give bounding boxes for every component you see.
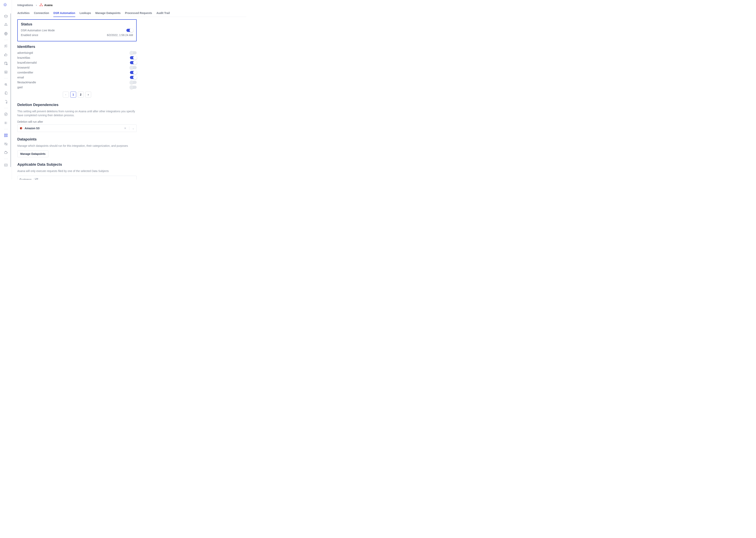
identifier-toggle-gaid[interactable] <box>130 86 137 89</box>
deletion-select[interactable]: Amazon S3 ✕ ⌄ <box>17 125 137 132</box>
deletion-field-label: Deletion will run after <box>17 120 137 123</box>
main-content: Integrations › Asana Activities Connecti… <box>12 0 252 180</box>
page-1[interactable]: 1 <box>70 92 76 97</box>
amazon-s3-icon <box>20 127 23 130</box>
svg-point-16 <box>6 136 7 137</box>
breadcrumb-root[interactable]: Integrations <box>17 4 33 7</box>
nav-cubes-icon[interactable] <box>2 21 10 29</box>
subjects-select[interactable]: Customer +2 ⌄ <box>17 176 137 180</box>
app-logo <box>3 3 9 8</box>
identifier-toggle-brazeexternalid[interactable] <box>130 61 137 64</box>
sidebar-divider <box>4 78 8 79</box>
svg-point-10 <box>5 84 6 85</box>
status-since-value: 6/2/2022, 1:56:24 AM <box>107 33 133 37</box>
datapoints-section: Datapoints Manage which datapoints shoul… <box>17 137 137 157</box>
svg-point-1 <box>4 3 7 6</box>
breadcrumb-current-label: Asana <box>44 4 53 7</box>
nav-search-doc-icon[interactable] <box>2 81 10 88</box>
svg-rect-7 <box>5 71 7 73</box>
sidebar-divider <box>4 129 8 129</box>
page-next[interactable]: › <box>85 92 91 97</box>
breadcrumb: Integrations › Asana <box>17 4 247 7</box>
status-panel: Status DSR Automation Live Mode Enabled … <box>17 19 137 41</box>
svg-rect-15 <box>6 134 7 135</box>
subjects-title: Applicable Data Subjects <box>17 162 137 167</box>
nav-compass-icon[interactable] <box>2 110 10 118</box>
identifier-toggle-browserid[interactable] <box>130 66 137 69</box>
identifier-label: advertisingId <box>17 51 33 54</box>
nav-database-icon[interactable] <box>2 60 10 67</box>
identifier-toggle-filestackhandle[interactable] <box>130 81 137 84</box>
select-divider <box>129 127 129 130</box>
identifier-toggle-email[interactable] <box>130 76 137 79</box>
chevron-right-icon: › <box>36 4 37 7</box>
clear-icon[interactable]: ✕ <box>124 127 126 130</box>
nav-globe-icon[interactable] <box>2 30 10 38</box>
tab-connection[interactable]: Connection <box>34 10 49 17</box>
nav-doc-gear-icon[interactable] <box>2 98 10 106</box>
status-live-toggle[interactable] <box>126 29 133 32</box>
nav-code-icon[interactable] <box>2 161 10 169</box>
tab-lookups[interactable]: Lookups <box>79 10 91 17</box>
nav-list-icon[interactable] <box>2 119 10 127</box>
subjects-section: Applicable Data Subjects Asana will only… <box>17 162 137 180</box>
svg-point-0 <box>4 4 6 6</box>
status-live-label: DSR Automation Live Mode <box>21 29 55 32</box>
nav-doc-in-icon[interactable] <box>2 89 10 97</box>
manage-datapoints-button[interactable]: Manage Datapoints <box>17 150 48 157</box>
tabs: Activities Connection DSR Automation Loo… <box>17 10 247 17</box>
svg-point-3 <box>5 45 6 46</box>
nav-box-icon[interactable] <box>2 12 10 20</box>
sidebar <box>0 0 12 180</box>
datapoints-desc: Manage which datapoints should run for t… <box>17 144 137 148</box>
nav-integrations-icon[interactable] <box>2 132 10 139</box>
svg-point-11 <box>6 102 7 103</box>
svg-point-12 <box>4 113 7 116</box>
identifier-toggle-advertisingid[interactable] <box>130 51 137 54</box>
tab-activities[interactable]: Activities <box>17 10 29 17</box>
sidebar-scrollbar[interactable] <box>10 13 11 167</box>
identifier-label: coreIdentifier <box>17 71 33 74</box>
page-2[interactable]: 2 <box>78 92 84 97</box>
sidebar-divider <box>4 159 8 159</box>
tab-manage-datapoints[interactable]: Manage Datapoints <box>95 10 120 17</box>
identifiers-pagination: ‹ 1 2 › <box>17 92 137 97</box>
svg-point-4 <box>6 45 7 45</box>
identifier-label: filestackHandle <box>17 81 36 84</box>
svg-rect-14 <box>4 136 6 137</box>
tab-audit-trail[interactable]: Audit Trail <box>156 10 170 17</box>
identifier-toggle-brazealias[interactable] <box>130 56 137 59</box>
svg-rect-13 <box>4 134 6 135</box>
status-title: Status <box>21 22 133 27</box>
nav-thumbs-icon[interactable] <box>2 51 10 59</box>
identifier-toggle-coreidentifier[interactable] <box>130 71 137 74</box>
nav-id-icon[interactable] <box>2 68 10 76</box>
subjects-extra-badge: +2 <box>33 178 39 180</box>
status-since-label: Enabled since <box>21 33 38 37</box>
identifiers-section: Identifiers advertisingId brazeAlias bra… <box>17 44 137 97</box>
identifier-label: email <box>17 76 24 79</box>
svg-point-5 <box>5 62 7 63</box>
nav-eye-off-icon[interactable] <box>2 140 10 148</box>
deletion-desc: This setting will prevent deletions from… <box>17 109 137 117</box>
deletion-title: Deletion Dependencies <box>17 103 137 107</box>
identifier-label: browserId <box>17 66 29 69</box>
tab-processed-requests[interactable]: Processed Requests <box>125 10 152 17</box>
subjects-tag: Customer <box>20 178 31 180</box>
datapoints-title: Datapoints <box>17 137 137 141</box>
subjects-desc: Asana will only execute requests filed b… <box>17 169 137 173</box>
svg-rect-17 <box>5 152 7 154</box>
chevron-down-icon[interactable]: ⌄ <box>132 178 134 180</box>
tab-dsr-automation[interactable]: DSR Automation <box>53 10 75 17</box>
deletion-section: Deletion Dependencies This setting will … <box>17 103 137 132</box>
chevron-down-icon[interactable]: ⌄ <box>132 127 134 130</box>
svg-point-8 <box>5 72 6 72</box>
asana-icon <box>40 4 43 7</box>
sidebar-divider <box>4 40 8 40</box>
identifiers-title: Identifiers <box>17 44 137 49</box>
nav-puzzle-icon[interactable] <box>2 149 10 157</box>
page-prev[interactable]: ‹ <box>63 92 69 97</box>
deletion-selected-value: Amazon S3 <box>24 127 39 130</box>
nav-people-icon[interactable] <box>2 42 10 50</box>
breadcrumb-current: Asana <box>40 4 53 7</box>
